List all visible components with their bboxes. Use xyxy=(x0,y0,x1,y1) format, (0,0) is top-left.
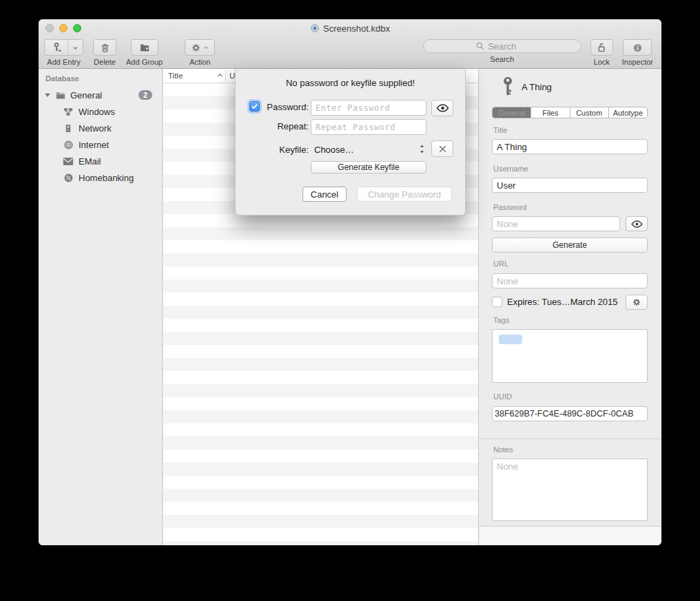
password-checkbox[interactable] xyxy=(249,101,260,112)
delete-toolbar-item: Delete xyxy=(93,39,116,66)
url-input[interactable] xyxy=(492,273,648,288)
network-computers-icon xyxy=(62,106,74,117)
notes-divider xyxy=(480,439,661,439)
key-icon xyxy=(500,75,515,100)
checkmark-icon xyxy=(251,103,258,110)
group-label: Homebanking xyxy=(79,173,134,183)
notes-textarea[interactable] xyxy=(492,458,648,521)
dialog-reveal-password-button[interactable] xyxy=(431,100,453,116)
action-button[interactable] xyxy=(185,39,215,56)
desktop-background: Screenshot.kdbx Add Entry xyxy=(0,0,700,601)
uuid-field-label: UUID xyxy=(493,392,512,401)
generate-keyfile-button[interactable]: Generate Keyfile xyxy=(311,161,426,173)
action-chevron-icon xyxy=(203,45,209,50)
sidebar-group-root[interactable]: General2 xyxy=(39,87,162,103)
tab-files[interactable]: Files xyxy=(531,107,570,118)
change-password-button[interactable]: Change Password xyxy=(357,187,452,202)
tags-box[interactable] xyxy=(492,329,648,383)
expires-gear-icon xyxy=(632,297,641,307)
window-title: Screenshot.kdbx xyxy=(323,23,390,34)
document-proxy-icon xyxy=(310,23,320,33)
inspector-button[interactable] xyxy=(623,39,652,56)
title-field-label: Title xyxy=(493,126,507,134)
window-chrome: Screenshot.kdbx Add Entry xyxy=(39,19,661,69)
entry-title: A Thing xyxy=(522,82,552,92)
clear-keyfile-button[interactable] xyxy=(431,140,453,157)
keyfile-popup-value[interactable]: Choose… xyxy=(314,145,354,155)
eye-icon xyxy=(631,220,643,228)
delete-label: Delete xyxy=(94,58,116,66)
sidebar-group-network[interactable]: Network xyxy=(39,120,162,136)
padlock-open-icon xyxy=(596,42,607,53)
key-plus-icon xyxy=(45,40,68,55)
group-label: General xyxy=(70,90,102,101)
gear-icon xyxy=(191,43,201,53)
stepper-icon[interactable] xyxy=(419,143,425,155)
expires-settings-button[interactable] xyxy=(626,295,648,310)
group-label: Network xyxy=(79,123,112,134)
inspector-panel: A Thing GeneralFilesCustomAutotype Title… xyxy=(480,69,661,545)
add-entry-button[interactable] xyxy=(44,39,83,56)
sort-ascending-icon xyxy=(217,72,223,78)
server-icon xyxy=(62,123,74,134)
generate-password-button[interactable]: Generate xyxy=(492,238,648,253)
column-divider[interactable] xyxy=(225,70,226,82)
inspector-tab-bar: GeneralFilesCustomAutotype xyxy=(492,107,648,118)
folder-plus-icon xyxy=(139,42,150,53)
add-group-button[interactable] xyxy=(131,39,158,56)
dialog-message: No password or keyfile supplied! xyxy=(236,78,465,88)
tags-field-label: Tags xyxy=(493,316,509,324)
expires-label: Expires: Tues…March 2015 xyxy=(507,297,617,307)
add-entry-dropdown-arrow-icon[interactable] xyxy=(68,40,83,55)
search-label: Search xyxy=(490,55,514,63)
cancel-button[interactable]: Cancel xyxy=(302,187,347,202)
x-mark-icon xyxy=(438,145,447,154)
inspector-toolbar-item: Inspector xyxy=(622,39,653,66)
add-entry-label: Add Entry xyxy=(47,58,80,66)
change-password-dialog: No password or keyfile supplied! Passwor… xyxy=(235,69,466,215)
disclosure-triangle-icon[interactable] xyxy=(44,92,51,98)
lock-toolbar-item: Lock xyxy=(590,39,613,66)
search-toolbar-item: Search xyxy=(423,39,581,63)
username-field-label: Username xyxy=(493,165,528,173)
title-input[interactable] xyxy=(492,139,648,154)
action-toolbar-item: Action xyxy=(185,39,215,66)
tab-autotype[interactable]: Autotype xyxy=(609,107,647,118)
group-label: Windows xyxy=(79,107,115,117)
sidebar-section-header: Database xyxy=(45,74,79,83)
dialog-eye-icon xyxy=(436,104,449,112)
action-label: Action xyxy=(189,58,211,66)
toolbar: Add Entry Delete xyxy=(39,37,661,69)
username-input[interactable] xyxy=(492,178,648,193)
entry-count-badge: 2 xyxy=(138,90,152,100)
info-icon xyxy=(632,43,643,53)
inspector-footer xyxy=(480,527,661,545)
password-input[interactable] xyxy=(492,216,620,231)
add-entry-toolbar-item: Add Entry xyxy=(44,39,83,66)
password-field-label: Password xyxy=(493,203,526,211)
sidebar-group-email[interactable]: EMail xyxy=(39,153,162,169)
add-group-label: Add Group xyxy=(126,58,163,66)
sidebar-group-internet[interactable]: Internet xyxy=(39,136,162,153)
notes-field-label: Notes xyxy=(493,445,513,454)
trash-icon xyxy=(100,43,110,53)
uuid-input[interactable] xyxy=(492,406,648,421)
percent-icon xyxy=(62,172,74,183)
tag-pill[interactable] xyxy=(499,335,522,344)
lock-label: Lock xyxy=(594,58,610,66)
sidebar-group-windows[interactable]: Windows xyxy=(39,103,162,120)
delete-button[interactable] xyxy=(93,39,116,56)
column-header-title[interactable]: Title xyxy=(168,72,183,80)
tab-custom[interactable]: Custom xyxy=(570,107,609,118)
reveal-password-button[interactable] xyxy=(626,216,648,231)
dialog-password-input[interactable] xyxy=(311,100,426,116)
group-label: EMail xyxy=(79,156,101,167)
expires-checkbox[interactable] xyxy=(492,297,502,307)
dialog-repeat-input[interactable] xyxy=(311,119,426,135)
search-input[interactable] xyxy=(423,39,581,53)
sidebar-group-homebanking[interactable]: Homebanking xyxy=(39,169,162,186)
tab-general[interactable]: General xyxy=(493,107,531,118)
titlebar: Screenshot.kdbx xyxy=(39,19,661,37)
envelope-icon xyxy=(62,156,74,167)
lock-button[interactable] xyxy=(590,39,613,56)
